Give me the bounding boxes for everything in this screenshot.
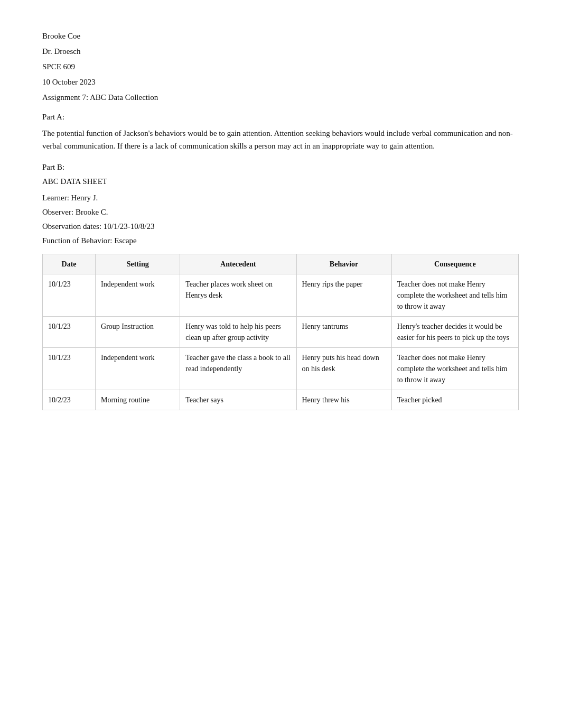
table-header-row: Date Setting Antecedent Behavior Consequ… [43, 254, 519, 274]
table-row: 10/1/23Independent workTeacher gave the … [43, 348, 519, 390]
function-of-behavior: Function of Behavior: Escape [42, 236, 519, 245]
part-a-body: The potential function of Jackson's beha… [42, 127, 519, 152]
assignment-title: Assignment 7: ABC Data Collection [42, 93, 519, 102]
cell-antecedent: Teacher gave the class a book to all rea… [180, 348, 296, 390]
abc-data-table: Date Setting Antecedent Behavior Consequ… [42, 254, 519, 410]
col-header-behavior: Behavior [296, 254, 391, 274]
table-row: 10/1/23Group InstructionHenry was told t… [43, 317, 519, 348]
col-header-date: Date [43, 254, 96, 274]
author-name: Brooke Coe [42, 32, 519, 41]
cell-date: 10/2/23 [43, 390, 96, 410]
part-b-label: Part B: [42, 163, 519, 172]
cell-setting: Independent work [96, 348, 180, 390]
table-row: 10/1/23Independent workTeacher places wo… [43, 274, 519, 317]
submission-date: 10 October 2023 [42, 78, 519, 87]
cell-consequence: Teacher does not make Henry complete the… [391, 274, 518, 317]
cell-date: 10/1/23 [43, 274, 96, 317]
cell-setting: Independent work [96, 274, 180, 317]
cell-behavior: Henry threw his [296, 390, 391, 410]
cell-setting: Group Instruction [96, 317, 180, 348]
cell-antecedent: Henry was told to help his peers clean u… [180, 317, 296, 348]
part-a-label: Part A: [42, 113, 519, 122]
observation-dates: Observation dates: 10/1/23-10/8/23 [42, 222, 519, 231]
learner-info: Learner: Henry J. [42, 193, 519, 202]
cell-consequence: Teacher does not make Henry complete the… [391, 348, 518, 390]
cell-consequence: Henry's teacher decides it would be easi… [391, 317, 518, 348]
col-header-antecedent: Antecedent [180, 254, 296, 274]
meta-section: Brooke Coe Dr. Droesch SPCE 609 10 Octob… [42, 32, 519, 102]
observer-info: Observer: Brooke C. [42, 208, 519, 217]
cell-setting: Morning routine [96, 390, 180, 410]
col-header-setting: Setting [96, 254, 180, 274]
course-code: SPCE 609 [42, 62, 519, 71]
cell-antecedent: Teacher places work sheet on Henrys desk [180, 274, 296, 317]
cell-date: 10/1/23 [43, 348, 96, 390]
instructor-name: Dr. Droesch [42, 47, 519, 56]
table-row: 10/2/23Morning routineTeacher saysHenry … [43, 390, 519, 410]
part-a-section: Part A: The potential function of Jackso… [42, 113, 519, 152]
col-header-consequence: Consequence [391, 254, 518, 274]
cell-consequence: Teacher picked [391, 390, 518, 410]
part-b-section: Part B: ABC DATA SHEET Learner: Henry J.… [42, 163, 519, 245]
cell-antecedent: Teacher says [180, 390, 296, 410]
cell-behavior: Henry tantrums [296, 317, 391, 348]
cell-behavior: Henry rips the paper [296, 274, 391, 317]
cell-behavior: Henry puts his head down on his desk [296, 348, 391, 390]
sheet-title: ABC DATA SHEET [42, 177, 519, 186]
cell-date: 10/1/23 [43, 317, 96, 348]
